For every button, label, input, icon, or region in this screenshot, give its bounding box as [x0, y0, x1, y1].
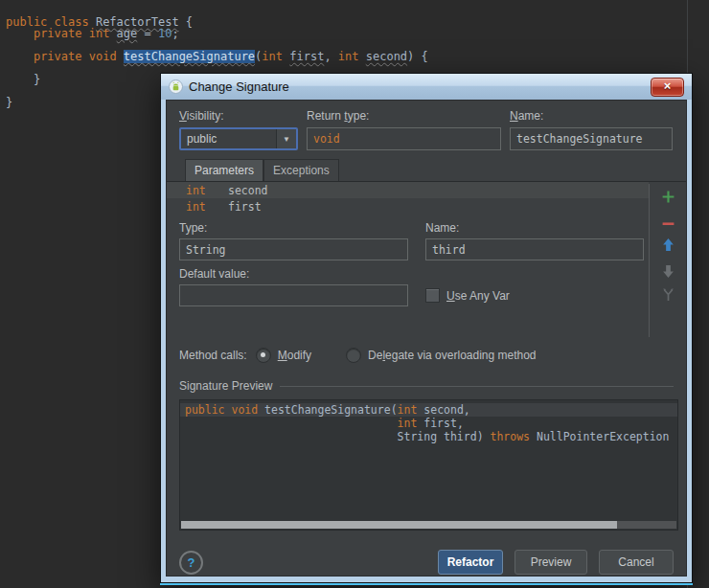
- param-name-value: third: [432, 243, 466, 257]
- delegate-radio-label[interactable]: Delegate via overloading method: [368, 349, 536, 362]
- visibility-combobox[interactable]: public ▼: [179, 127, 298, 150]
- chevron-down-icon[interactable]: ▼: [276, 129, 296, 148]
- return-type-label: Return type:: [307, 109, 501, 123]
- horizontal-scrollbar[interactable]: [181, 521, 676, 529]
- param-type-label: Type:: [179, 221, 408, 235]
- param-name-field[interactable]: third: [425, 238, 644, 260]
- use-any-var-option[interactable]: Use Any Var: [425, 288, 510, 303]
- modify-radio[interactable]: [256, 348, 271, 363]
- param-name-label: Name:: [425, 221, 644, 235]
- change-signature-dialog: Change Signature × Visibility: Return ty…: [160, 73, 693, 583]
- method-name-value: testChangeSignature: [516, 132, 643, 146]
- android-studio-icon: [169, 79, 183, 94]
- parameters-toolbar: [649, 184, 688, 337]
- return-type-field[interactable]: void: [307, 127, 501, 150]
- scrollbar-thumb[interactable]: [181, 521, 617, 529]
- default-value-label: Default value:: [179, 267, 674, 281]
- parameters-table: int second int first: [167, 182, 649, 215]
- close-icon: ×: [664, 79, 672, 93]
- use-any-var-checkbox[interactable]: [425, 288, 440, 303]
- help-icon: ?: [188, 555, 195, 570]
- param-type-value: String: [186, 243, 226, 257]
- method-calls-row: Method calls: Modify Delegate via overlo…: [179, 348, 674, 363]
- remove-parameter-icon[interactable]: [661, 216, 675, 231]
- use-any-var-label: Use Any Var: [446, 289, 510, 303]
- signature-preview-panel: public void testChangeSignature(int seco…: [179, 399, 678, 531]
- close-button[interactable]: ×: [651, 78, 684, 97]
- visibility-value: public: [181, 132, 276, 146]
- modify-radio-label[interactable]: Modify: [278, 349, 311, 362]
- param-type-field[interactable]: String: [179, 238, 408, 260]
- dialog-titlebar[interactable]: Change Signature ×: [161, 74, 692, 100]
- visibility-label: Visibility:: [179, 109, 298, 123]
- method-calls-label: Method calls:: [179, 349, 247, 362]
- help-button[interactable]: ?: [179, 551, 203, 575]
- ide-screen: public class RefactorTest { private int …: [0, 0, 709, 588]
- move-up-icon[interactable]: [661, 237, 675, 252]
- dialog-title: Change Signature: [189, 79, 289, 94]
- propagate-parameters-icon[interactable]: [661, 287, 675, 302]
- move-down-icon[interactable]: [661, 264, 675, 279]
- titled-border-rule: [280, 386, 674, 387]
- delegate-radio[interactable]: [346, 348, 361, 363]
- method-name-field[interactable]: testChangeSignature: [510, 127, 673, 150]
- add-parameter-icon[interactable]: [661, 190, 675, 204]
- tab-exceptions[interactable]: Exceptions: [263, 159, 339, 181]
- dialog-content: Visibility: Return type: Name: public ▼ …: [166, 100, 687, 577]
- return-type-value: void: [313, 132, 340, 146]
- cancel-button[interactable]: Cancel: [599, 550, 674, 575]
- tab-strip: Parameters Exceptions: [167, 159, 686, 182]
- default-value-field[interactable]: [179, 284, 408, 306]
- table-row[interactable]: int second: [167, 182, 649, 198]
- preview-button[interactable]: Preview: [515, 550, 587, 575]
- name-label: Name:: [510, 109, 673, 123]
- signature-preview-label: Signature Preview: [179, 379, 272, 393]
- table-row[interactable]: int first: [167, 198, 649, 215]
- refactor-button[interactable]: Refactor: [438, 550, 503, 575]
- tab-parameters[interactable]: Parameters: [185, 159, 263, 181]
